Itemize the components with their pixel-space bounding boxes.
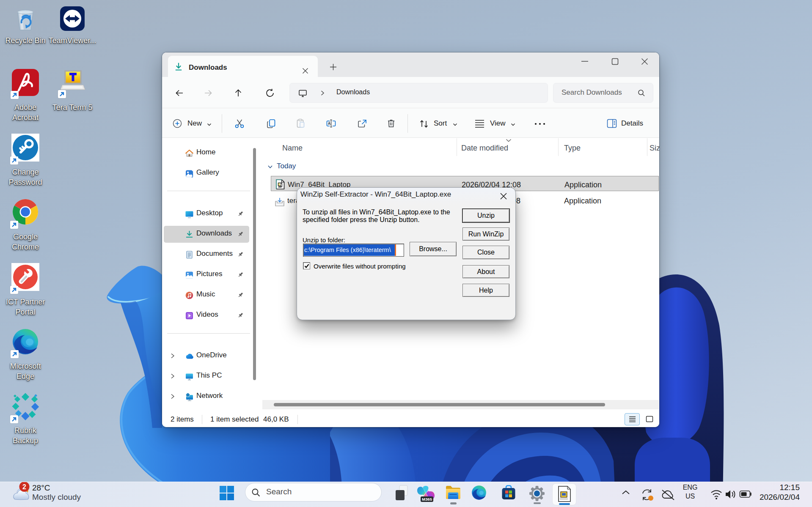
svg-text:2: 2 <box>22 483 26 491</box>
svg-text:M365: M365 <box>422 497 432 502</box>
